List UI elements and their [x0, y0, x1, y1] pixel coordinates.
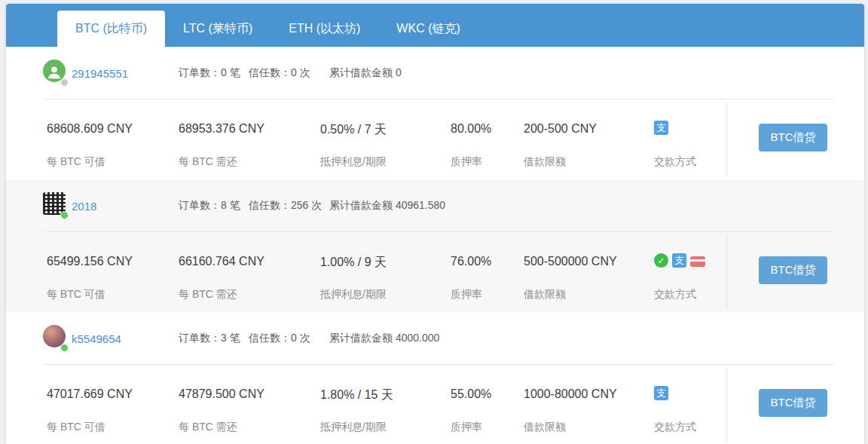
lend-amount: 68608.609 CNY [47, 122, 133, 136]
avatar[interactable] [43, 192, 70, 222]
total-borrowed: 累计借款金额 40961.580 [329, 179, 445, 232]
payment-method-icons: 支 [654, 386, 672, 400]
lending-card: BTC (比特币) LTC (莱特币) ETH (以太坊) WKC (链克) 2… [6, 4, 864, 444]
listing-group: 291945551 订单数：0 笔 信任数：0 次 累计借款金额 0 68608… [6, 47, 864, 179]
user-row: k5549654 订单数：3 笔 信任数：0 次 累计借款金额 4000.000 [6, 312, 864, 365]
bankcard-icon [690, 256, 705, 267]
total-borrowed: 累计借款金额 0 [329, 47, 402, 100]
interest-term-label: 抵押利息/期限 [320, 421, 387, 434]
order-count: 订单数：3 笔 [179, 312, 240, 365]
btc-borrow-button[interactable]: BTC借贷 [759, 124, 827, 152]
repay-amount: 66160.764 CNY [179, 255, 264, 268]
avatar[interactable] [43, 60, 70, 90]
lend-amount: 65499.156 CNY [47, 255, 133, 268]
tab-wkc[interactable]: WKC (链克) [378, 11, 478, 47]
status-dot [60, 344, 69, 352]
alipay-icon: 支 [654, 386, 668, 400]
lend-amount-label: 每 BTC 可借 [47, 155, 105, 169]
alipay-icon: 支 [654, 121, 668, 135]
btc-borrow-button[interactable]: BTC借贷 [759, 389, 827, 417]
repay-amount-label: 每 BTC 需还 [179, 155, 237, 169]
order-count: 订单数：0 笔 [179, 47, 240, 100]
username-link[interactable]: 2018 [72, 179, 96, 232]
pledge-rate: 55.00% [451, 387, 491, 401]
status-dot [60, 78, 69, 87]
trust-count: 信任数：0 次 [249, 47, 310, 100]
loan-limit-label: 借款限额 [524, 155, 566, 169]
interest-term: 1.80% / 15 天 [320, 387, 393, 403]
repay-amount-label: 每 BTC 需还 [179, 421, 237, 434]
interest-term: 0.50% / 7 天 [320, 122, 387, 138]
wechat-icon: ✓ [654, 253, 668, 268]
pledge-rate: 76.00% [451, 255, 491, 268]
lend-amount: 47017.669 CNY [47, 387, 133, 401]
interest-term-label: 抵押利息/期限 [320, 155, 387, 169]
tab-btc[interactable]: BTC (比特币) [57, 11, 165, 47]
loan-limit-label: 借款限额 [524, 421, 566, 434]
listing-group: 2018 订单数：8 笔 信任数：256 次 累计借款金额 40961.580 … [6, 179, 864, 312]
currency-tab-bar: BTC (比特币) LTC (莱特币) ETH (以太坊) WKC (链克) [6, 4, 864, 47]
trust-count: 信任数：0 次 [249, 312, 310, 365]
tab-eth[interactable]: ETH (以太坊) [270, 11, 378, 47]
interest-term: 1.00% / 9 天 [320, 255, 387, 271]
payment-methods-label: 交款方式 [654, 155, 696, 169]
user-row: 2018 订单数：8 笔 信任数：256 次 累计借款金额 40961.580 [6, 179, 864, 232]
avatar[interactable] [43, 325, 70, 355]
payment-methods-label: 交款方式 [654, 421, 696, 434]
btc-borrow-button[interactable]: BTC借贷 [759, 256, 827, 284]
lend-amount-label: 每 BTC 可借 [47, 288, 105, 302]
loan-limit: 1000-80000 CNY [524, 387, 617, 401]
listing-group: k5549654 订单数：3 笔 信任数：0 次 累计借款金额 4000.000… [6, 312, 864, 444]
interest-term-label: 抵押利息/期限 [320, 288, 387, 302]
repay-amount-label: 每 BTC 需还 [179, 288, 237, 302]
loan-limit: 200-500 CNY [524, 122, 597, 136]
tab-ltc[interactable]: LTC (莱特币) [165, 11, 270, 47]
repay-amount: 68953.376 CNY [179, 122, 264, 136]
offer-row: 47017.669 CNY 每 BTC 可借 47879.500 CNY 每 B… [6, 365, 864, 444]
username-link[interactable]: 291945551 [72, 47, 128, 100]
offer-row: 65499.156 CNY 每 BTC 可借 66160.764 CNY 每 B… [6, 232, 864, 312]
payment-method-icons: ✓支 [654, 253, 709, 268]
loan-limit-label: 借款限额 [524, 288, 566, 302]
vertical-divider [726, 368, 727, 442]
vertical-divider [726, 235, 727, 309]
alipay-icon: 支 [672, 253, 686, 268]
repay-amount: 47879.500 CNY [179, 387, 264, 401]
status-dot [60, 211, 69, 219]
lend-amount-label: 每 BTC 可借 [47, 421, 105, 434]
payment-methods-label: 交款方式 [654, 288, 696, 302]
pledge-rate: 80.00% [451, 122, 491, 136]
pledge-rate-label: 质押率 [451, 155, 482, 169]
person-icon [46, 64, 63, 81]
trust-count: 信任数：256 次 [249, 179, 322, 232]
username-link[interactable]: k5549654 [72, 312, 121, 365]
loan-limit: 500-500000 CNY [524, 255, 617, 268]
payment-method-icons: 支 [654, 121, 672, 135]
pledge-rate-label: 质押率 [451, 288, 482, 302]
total-borrowed: 累计借款金额 4000.000 [329, 312, 439, 365]
vertical-divider [726, 103, 727, 176]
user-row: 291945551 订单数：0 笔 信任数：0 次 累计借款金额 0 [6, 47, 864, 100]
offer-row: 68608.609 CNY 每 BTC 可借 68953.376 CNY 每 B… [6, 100, 864, 179]
order-count: 订单数：8 笔 [179, 179, 240, 232]
pledge-rate-label: 质押率 [451, 421, 482, 434]
